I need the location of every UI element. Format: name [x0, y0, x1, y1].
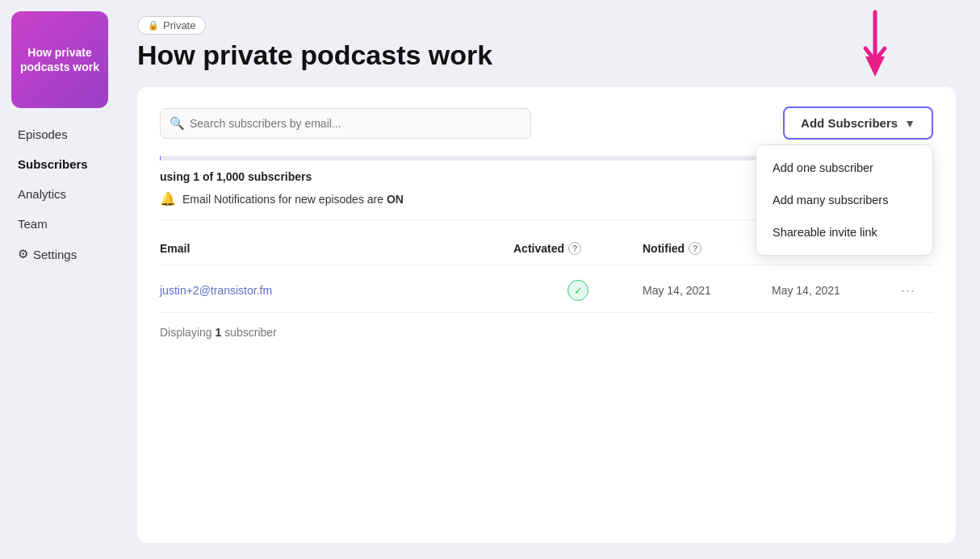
add-subscribers-button[interactable]: Add Subscribers ▼ [783, 106, 933, 140]
svg-marker-0 [865, 56, 885, 77]
sidebar-nav: Episodes Subscribers Analytics Team ⚙ Se… [0, 119, 121, 269]
main-content: 🔒 Private How private podcasts work 🔍 Ad… [121, 0, 980, 559]
logo-text: How private podcasts work [18, 45, 102, 74]
col-header-activated: Activated ? [513, 240, 643, 257]
dropdown-item-one[interactable]: Add one subscriber [756, 152, 932, 184]
sidebar: How private podcasts work Episodes Subsc… [0, 0, 121, 559]
dropdown-item-invite[interactable]: Shareable invite link [756, 216, 932, 248]
dropdown-item-many-label: Add many subscribers [773, 194, 888, 206]
activated-check-icon: ✓ [567, 280, 588, 301]
lock-icon: 🔒 [148, 20, 159, 31]
email-col-label: Email [160, 242, 190, 255]
subscriber-added-date: May 14, 2021 [772, 284, 901, 297]
subscriber-email[interactable]: justin+2@transistor.fm [160, 284, 513, 297]
settings-label: Settings [33, 248, 77, 261]
sidebar-logo: How private podcasts work [11, 11, 108, 108]
usage-bar-fill [160, 156, 161, 161]
notified-help-icon[interactable]: ? [689, 242, 701, 255]
sidebar-item-settings[interactable]: ⚙ Settings [8, 239, 121, 269]
gear-icon: ⚙ [18, 247, 28, 261]
row-three-dots-icon[interactable]: ··· [901, 282, 915, 298]
notification-status: ON [387, 193, 404, 206]
notified-col-label: Notified [643, 242, 685, 255]
sidebar-item-team[interactable]: Team [8, 209, 121, 239]
activated-col-label: Activated [513, 242, 564, 255]
dropdown-item-one-label: Add one subscriber [773, 161, 873, 174]
search-icon: 🔍 [170, 116, 185, 131]
activated-help-icon[interactable]: ? [568, 242, 581, 255]
notification-prefix: Email Notifications for new episodes are [182, 193, 383, 206]
badge-text: Private [163, 19, 195, 31]
add-subscribers-container: Add Subscribers ▼ Add one subscriber Add… [783, 106, 933, 140]
subscriber-notified-date: May 14, 2021 [643, 284, 772, 297]
dropdown-item-invite-label: Shareable invite link [773, 226, 877, 239]
col-header-notified: Notified ? [643, 240, 772, 257]
search-input[interactable] [160, 108, 531, 139]
content-card: 🔍 Add Subscribers ▼ Add one subscriber A… [137, 87, 956, 543]
notification-text: Email Notifications for new episodes are… [182, 193, 404, 206]
search-wrapper: 🔍 [160, 108, 531, 139]
sidebar-item-subscribers[interactable]: Subscribers [8, 149, 121, 179]
add-subscribers-dropdown: Add one subscriber Add many subscribers … [756, 144, 933, 256]
bell-icon: 🔔 [160, 191, 176, 206]
subscribers-label: Subscribers [18, 157, 88, 171]
episodes-label: Episodes [18, 127, 68, 141]
page-title: How private podcasts work [137, 40, 956, 71]
sidebar-item-analytics[interactable]: Analytics [8, 179, 121, 209]
private-badge: 🔒 Private [137, 16, 206, 35]
footer-text: Displaying 1 subscriber [160, 326, 277, 339]
team-label: Team [18, 217, 48, 231]
table-footer: Displaying 1 subscriber [160, 326, 933, 339]
analytics-label: Analytics [18, 187, 66, 201]
subscriber-count: 1 [215, 326, 221, 339]
row-actions: ··· [901, 282, 933, 299]
dropdown-item-many[interactable]: Add many subscribers [756, 184, 932, 216]
page-header: 🔒 Private How private podcasts work [137, 16, 956, 71]
chevron-down-icon: ▼ [904, 117, 915, 130]
table-row: justin+2@transistor.fm ✓ May 14, 2021 Ma… [160, 269, 933, 313]
add-subscribers-label: Add Subscribers [801, 116, 898, 130]
sidebar-item-episodes[interactable]: Episodes [8, 119, 121, 149]
col-header-email: Email [160, 240, 513, 257]
subscriber-activated: ✓ [513, 280, 643, 301]
top-bar: 🔍 Add Subscribers ▼ Add one subscriber A… [160, 106, 933, 140]
arrow-indicator [851, 8, 899, 88]
